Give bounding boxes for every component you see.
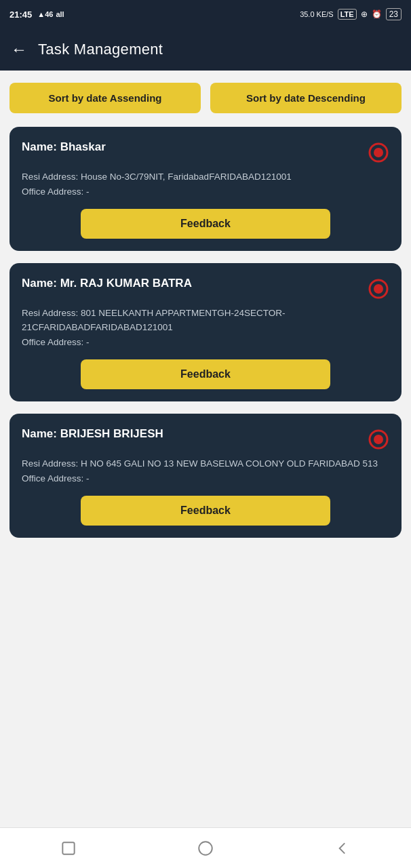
radio-icon-1[interactable]	[368, 142, 389, 163]
status-icons: 35.0 KE/S LTE ⊕ ⏰ 23	[300, 8, 402, 20]
card-header-3: Name: BRIJESH BRIJESH	[22, 427, 389, 450]
task-list: Name: Bhaskar Resi Address: House No-3C/…	[9, 127, 402, 538]
card-header-1: Name: Bhaskar	[22, 140, 389, 163]
svg-point-5	[374, 435, 383, 444]
toolbar: ← Task Management	[0, 28, 411, 71]
page-title: Task Management	[38, 41, 163, 58]
card-name-3: Name: BRIJESH BRIJESH	[22, 427, 368, 441]
nav-home-button[interactable]	[195, 838, 216, 859]
feedback-button-3[interactable]: Feedback	[81, 496, 331, 526]
card-name-1: Name: Bhaskar	[22, 140, 368, 154]
nav-recent-button[interactable]	[58, 838, 79, 859]
nav-back-button[interactable]	[332, 838, 353, 859]
card-office-1: Office Address: -	[22, 186, 389, 197]
task-card-1: Name: Bhaskar Resi Address: House No-3C/…	[9, 127, 402, 251]
back-button[interactable]: ←	[11, 40, 27, 59]
card-address-3: Resi Address: H NO 645 GALI NO 13 NEW BA…	[22, 457, 389, 471]
task-card-3: Name: BRIJESH BRIJESH Resi Address: H NO…	[9, 414, 402, 538]
main-content: Sort by date Assending Sort by date Desc…	[0, 71, 411, 827]
card-address-2: Resi Address: 801 NEELKANTH APPARTMENTGH…	[22, 307, 389, 334]
radio-icon-2[interactable]	[368, 278, 389, 300]
radio-icon-3[interactable]	[368, 429, 389, 450]
sort-row: Sort by date Assending Sort by date Desc…	[9, 83, 402, 113]
card-office-2: Office Address: -	[22, 337, 389, 347]
sort-descending-button[interactable]: Sort by date Descending	[210, 83, 402, 113]
svg-point-3	[374, 284, 383, 294]
feedback-button-1[interactable]: Feedback	[81, 209, 331, 239]
card-name-2: Name: Mr. RAJ KUMAR BATRA	[22, 277, 368, 290]
status-time: 21:45 ▲46 all	[9, 9, 64, 20]
feedback-button-2[interactable]: Feedback	[81, 359, 331, 389]
status-bar: 21:45 ▲46 all 35.0 KE/S LTE ⊕ ⏰ 23	[0, 0, 411, 28]
svg-point-7	[199, 842, 212, 855]
card-office-3: Office Address: -	[22, 473, 389, 484]
sort-ascending-button[interactable]: Sort by date Assending	[9, 83, 201, 113]
svg-rect-6	[62, 842, 74, 854]
card-header-2: Name: Mr. RAJ KUMAR BATRA	[22, 277, 389, 300]
svg-point-1	[374, 148, 383, 157]
task-card-2: Name: Mr. RAJ KUMAR BATRA Resi Address: …	[9, 263, 402, 401]
bottom-nav	[0, 827, 411, 868]
card-address-1: Resi Address: House No-3C/79NIT, Faridab…	[22, 170, 389, 184]
